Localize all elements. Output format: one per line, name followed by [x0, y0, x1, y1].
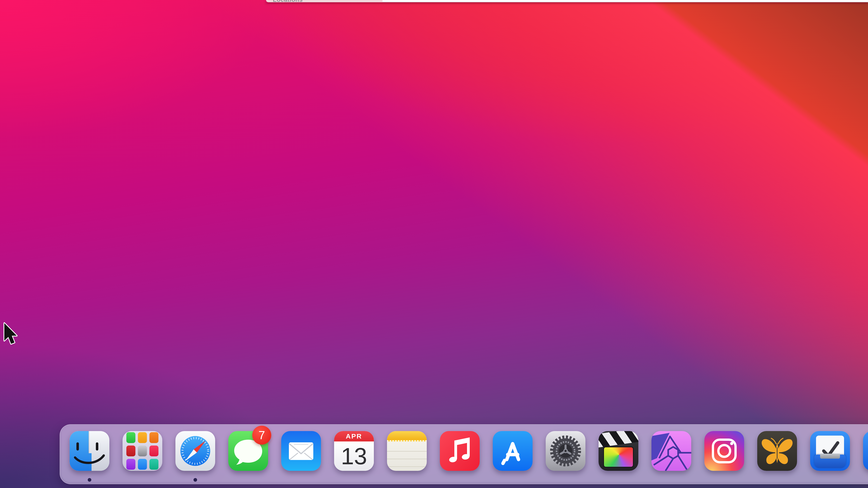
running-indicator: [88, 478, 91, 482]
mouse-cursor-arrow-icon: [2, 322, 20, 346]
finder-face-icon: [70, 431, 110, 471]
dock-item-mail[interactable]: [281, 431, 321, 471]
clapperboard-icon: [598, 431, 638, 471]
dock-item-launchpad[interactable]: [123, 431, 162, 471]
dock-item-safari[interactable]: [176, 431, 215, 471]
calendar-day-number: 13: [334, 442, 374, 471]
butterfly-icon: [757, 431, 797, 471]
dock-item-app-store[interactable]: [493, 431, 532, 471]
gear-icon: [546, 431, 585, 471]
desktop-wallpaper[interactable]: [0, 0, 868, 488]
dock: 7 APR 13: [60, 424, 868, 484]
checkmark-tray-icon: [810, 431, 850, 471]
camera-outline-icon: [704, 431, 744, 471]
launchpad-grid-icon: [123, 431, 162, 471]
calendar-month-label: APR: [334, 431, 374, 442]
sidebar-section-locations-label: Locations: [273, 0, 303, 2]
safari-compass-icon: [176, 431, 215, 471]
dock-item-system-preferences[interactable]: [546, 431, 585, 471]
finder-content-sliver: [382, 0, 868, 2]
notepad-icon: [387, 431, 427, 471]
dock-item-ulysses[interactable]: [757, 431, 797, 471]
dock-item-calendar[interactable]: APR 13: [334, 431, 374, 471]
desktop: Locations: [0, 0, 868, 488]
dock-item-notes[interactable]: [387, 431, 427, 471]
dock-item-final-cut-pro[interactable]: [598, 431, 638, 471]
running-indicator: [193, 478, 197, 482]
dock-item-affinity-photo[interactable]: [651, 431, 691, 471]
blue-app-sliver-icon: [863, 431, 868, 471]
dock-item-partially-visible-app[interactable]: [863, 431, 868, 471]
envelope-icon: [281, 431, 321, 471]
dock-item-music[interactable]: [440, 431, 480, 471]
calendar-icon: APR 13: [334, 431, 374, 471]
app-store-a-icon: [493, 431, 532, 471]
dock-item-things[interactable]: [810, 431, 850, 471]
finder-sidebar-sliver: Locations: [266, 0, 382, 2]
music-note-icon: [440, 431, 480, 471]
notification-badge: 7: [252, 426, 271, 445]
dock-item-instagram[interactable]: [704, 431, 744, 471]
finder-window-bottom-sliver[interactable]: Locations: [266, 0, 868, 2]
dock-item-messages[interactable]: 7: [228, 431, 268, 471]
aperture-triangles-icon: [651, 431, 691, 471]
dock-item-finder[interactable]: [70, 431, 110, 471]
